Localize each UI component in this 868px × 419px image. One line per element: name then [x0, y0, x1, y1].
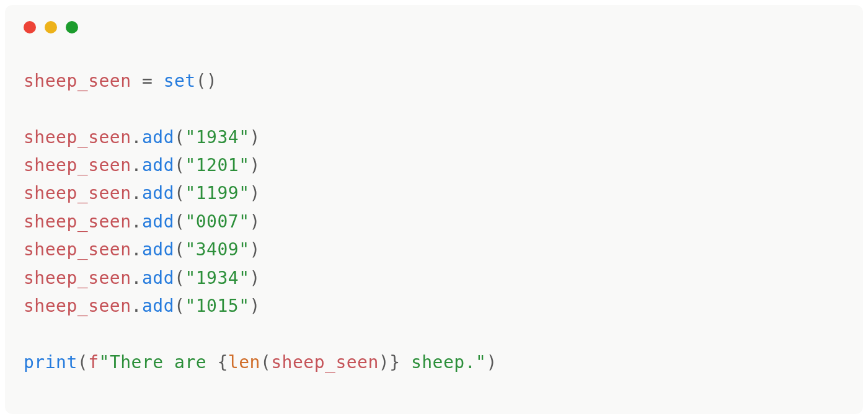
code-variable: sheep_seen — [24, 239, 131, 260]
titlebar — [5, 5, 863, 40]
code-dot: . — [131, 268, 142, 288]
code-dot: . — [131, 127, 142, 148]
code-string: "1934" — [185, 127, 249, 148]
code-dot: . — [131, 239, 142, 260]
code-method: add — [142, 127, 174, 148]
code-paren: ( — [174, 127, 185, 148]
code-fstring-prefix: f — [88, 352, 99, 373]
code-paren: ) — [250, 211, 260, 232]
code-variable: sheep_seen — [24, 183, 131, 203]
code-paren: ) — [379, 352, 389, 373]
code-paren: ) — [250, 268, 260, 288]
code-string: "3409" — [185, 239, 249, 260]
code-variable: sheep_seen — [24, 268, 131, 288]
code-method: add — [142, 296, 174, 316]
code-string: "1015" — [185, 296, 249, 316]
code-function: print — [24, 352, 78, 373]
code-method: add — [142, 155, 174, 175]
code-paren: ) — [250, 296, 260, 316]
code-paren: ( — [196, 71, 206, 91]
code-paren: ) — [250, 239, 260, 260]
code-paren: ) — [250, 127, 260, 148]
code-variable: sheep_seen — [24, 127, 131, 148]
code-variable: sheep_seen — [24, 71, 131, 91]
code-paren: ) — [486, 352, 497, 373]
code-paren: ) — [250, 155, 260, 175]
code-string: sheep." — [401, 352, 487, 373]
code-paren: ( — [260, 352, 271, 373]
code-editor[interactable]: sheep_seen = set() sheep_seen.add("1934"… — [5, 40, 863, 395]
code-paren: ( — [174, 239, 185, 260]
code-string: "There are — [99, 352, 218, 373]
code-brace: { — [217, 352, 228, 373]
code-paren: ( — [174, 296, 185, 316]
minimize-icon[interactable] — [45, 21, 57, 33]
code-window: sheep_seen = set() sheep_seen.add("1934"… — [5, 5, 863, 414]
code-variable: sheep_seen — [271, 352, 379, 373]
code-function: set — [164, 71, 196, 91]
close-icon[interactable] — [24, 21, 36, 33]
code-paren: ( — [174, 183, 185, 203]
code-paren: ( — [174, 155, 185, 175]
code-variable: sheep_seen — [24, 155, 131, 175]
code-method: add — [142, 239, 174, 260]
code-dot: . — [131, 296, 142, 316]
code-paren: ( — [174, 211, 185, 232]
code-dot: . — [131, 211, 142, 232]
code-string: "1201" — [185, 155, 249, 175]
code-brace: } — [389, 352, 400, 373]
code-variable: sheep_seen — [24, 296, 131, 316]
code-dot: . — [131, 155, 142, 175]
code-paren: ( — [174, 268, 185, 288]
code-paren: ( — [78, 352, 88, 373]
code-method: add — [142, 268, 174, 288]
code-paren: ) — [250, 183, 260, 203]
code-string: "0007" — [185, 211, 249, 232]
code-builtin: len — [228, 352, 260, 373]
code-method: add — [142, 183, 174, 203]
maximize-icon[interactable] — [66, 21, 78, 33]
code-method: add — [142, 211, 174, 232]
code-paren: ) — [206, 71, 217, 91]
code-dot: . — [131, 183, 142, 203]
code-string: "1199" — [185, 183, 249, 203]
code-operator: = — [142, 71, 153, 91]
code-string: "1934" — [185, 268, 249, 288]
code-variable: sheep_seen — [24, 211, 131, 232]
